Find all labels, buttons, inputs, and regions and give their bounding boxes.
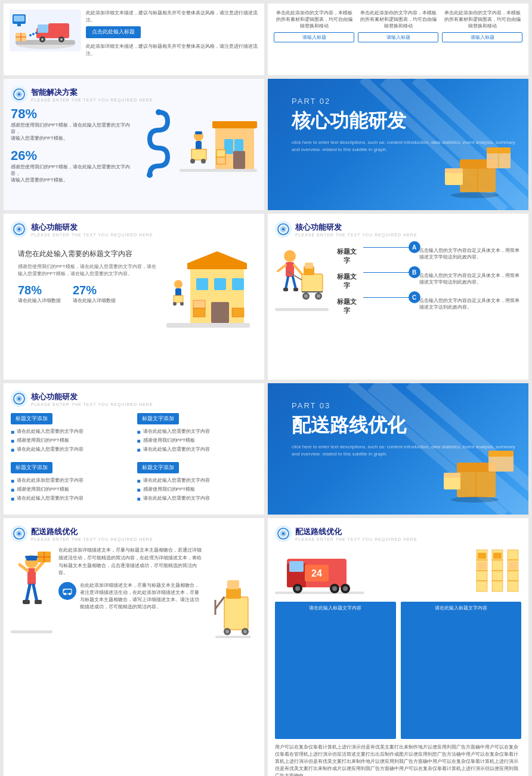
worker-illustration-6 [275,241,329,322]
svg-rect-58 [232,278,244,290]
part03-title: 配送路线优化 [292,412,516,439]
list-item: ■感谢使用我们的PPT模板 [11,437,131,444]
svg-rect-14 [17,24,21,26]
part02-content: PART 02 核心功能研发 click here to enter text … [268,79,528,165]
list-item: ■感谢使用我们的PPT模板 [137,437,258,444]
svg-point-63 [174,280,183,288]
svg-rect-23 [180,169,257,172]
svg-rect-57 [214,278,226,290]
svg-rect-127 [227,580,239,589]
part02-label: PART 02 [292,97,516,106]
cart-boxes [209,547,257,639]
card-template-cols: 单击此处添加你的文字内容，本模板的所有素材和逻辑图表，均可自由编辑替换和移动 请… [268,4,528,75]
part03-desc: click here to enter text descriptions, s… [292,444,516,458]
svg-point-106 [18,532,20,535]
card9-subtitle: PLEASE ENTER THE TEXT YOU REQUIRED HERE [31,537,153,541]
svg-rect-71 [275,308,329,311]
svg-rect-107 [11,630,52,633]
input-box-1[interactable]: 请输入标题 [274,32,354,42]
card10-subtitle: PLEASE ENTER THE TEXT YOU REQUIRED HERE [295,537,417,541]
svg-rect-2 [48,23,69,38]
svg-rect-82 [305,263,313,269]
svg-rect-61 [193,300,205,308]
part02-title: 核心功能研发 [292,108,516,134]
svg-rect-79 [293,288,298,291]
card5-pct1: 78% [18,284,61,297]
svg-rect-162 [478,562,486,569]
svg-point-17 [35,32,38,34]
delivery-icon-10 [275,525,292,542]
svg-rect-80 [302,274,323,292]
list-item: ■感谢使用我们的PPT模板 [11,486,131,493]
card-smart-solution: 智能解决方案 PLEASE ENTER THE TEXT YOU REQUIRE… [4,79,264,210]
template-col-3: 单击此处添加你的文字内容，本模板的所有素材和逻辑图表，均可自由编辑替换和移动 请… [442,10,522,42]
svg-rect-164 [509,562,517,569]
svg-rect-56 [196,278,208,290]
card5-subtitle: PLEASE ENTER THE TEXT YOU REQUIRED HERE [31,233,153,237]
card10-btn2[interactable]: 请在此输入标题文字内容 [401,602,522,739]
svg-line-75 [294,265,302,274]
part03-label: PART 03 [292,401,516,410]
svg-point-87 [317,294,320,298]
svg-point-21 [156,109,162,115]
svg-point-131 [243,630,247,633]
list-group-1: 标题文字添加 ■请在此处输入您需要的文字内容 ■感谢使用我们的PPT模板 ■请在… [11,412,131,455]
svg-point-49 [451,192,499,198]
template-col-2: 单击此处添加你的文字内容，本模板的所有素材和逻辑图表，均可自由编辑替换和移动 请… [358,10,438,42]
delivery-icon-9 [11,525,27,542]
svg-rect-30 [216,150,225,157]
svg-point-16 [32,33,35,35]
svg-point-136 [282,532,284,535]
list-item: ■请在此处输入您需要的文字内容 [11,428,131,435]
svg-point-91 [18,398,20,400]
abc-item-a: 标题文字 A 点击输入您的文字内容自定义具体文本，用简单描述文字学组达到此效内容… [335,247,521,265]
svg-line-117 [26,585,30,602]
card9-title: 配送路线优化 [31,526,153,537]
svg-point-22 [147,172,153,178]
list-group-3: 标题文字添加 ■请在此处添加您需要的文字内容 ■感谢使用我们的PPT模板 ■请在… [11,461,131,504]
svg-line-118 [33,585,37,602]
svg-point-103 [451,497,499,503]
template-col-1: 单击此处添加你的文字内容，本模板的所有素材和逻辑图表，均可自由编辑替换和移动 请… [274,10,354,42]
part03-content: PART 03 配送路线优化 click here to enter text … [268,383,528,470]
svg-point-34 [190,159,195,164]
svg-rect-4 [38,24,48,33]
delivery-person [11,547,52,639]
abc-item-b: 标题文字 B 点击输入您的文字内容自定义具体文本，用简单描述文字学组达到此效内容… [335,272,521,290]
svg-rect-59 [211,302,229,323]
list-item: ■请在此处输入您需要的文字内容 [11,495,131,502]
svg-point-72 [284,250,296,262]
svg-rect-140 [289,561,304,572]
transport-illustration [10,10,81,51]
svg-point-122 [64,593,66,595]
truck-illustration: 24 [275,547,468,597]
svg-point-85 [304,294,308,298]
card-delivery-truck: 配送路线优化 PLEASE ENTER THE TEXT YOU REQUIRE… [268,518,528,776]
list-item: ■请在此处输入您需要的文字内容 [11,446,131,453]
svg-point-129 [225,630,229,633]
card3-pct1: 78% [11,106,138,122]
list-item: ■请在此处输入您需要的文字内容 [137,495,258,502]
delivery-icon-circle [58,582,76,600]
card10-btn1[interactable]: 请在此输入标题文字内容 [275,602,396,739]
core-func-icon-7 [11,390,27,407]
card-core-func-left: 核心功能研发 PLEASE ENTER THE TEXT YOU REQUIRE… [4,214,264,380]
core-func-icon-6 [275,221,292,238]
svg-rect-124 [215,636,251,638]
card1-click-btn[interactable]: 点击此处输入标题 [86,26,141,38]
svg-point-8 [60,38,63,41]
card-part02: PART 02 核心功能研发 click here to enter text … [268,79,528,210]
list-item: ■请在此处输入您需要的文字内容 [137,446,258,453]
smart-solution-icon [11,86,27,103]
input-box-2[interactable]: 请输入标题 [358,32,438,42]
part02-desc: click here to enter text descriptions, s… [292,139,516,153]
card6-subtitle: PLEASE ENTER THE TEXT YOU REQUIRED HERE [295,233,417,237]
svg-rect-60 [193,308,205,317]
card9-text1: 在此处添加详细描述文本，尽量与标题文本主题相吻合，若通过详细描述活生动，尽可能精… [58,547,203,577]
svg-rect-120 [35,600,42,604]
input-box-3[interactable]: 请输入标题 [442,32,522,42]
svg-point-20 [18,93,20,96]
card-core-func-right: 核心功能研发 PLEASE ENTER THE TEXT YOU REQUIRE… [268,214,528,380]
svg-rect-161 [478,553,486,559]
svg-rect-62 [232,308,244,317]
